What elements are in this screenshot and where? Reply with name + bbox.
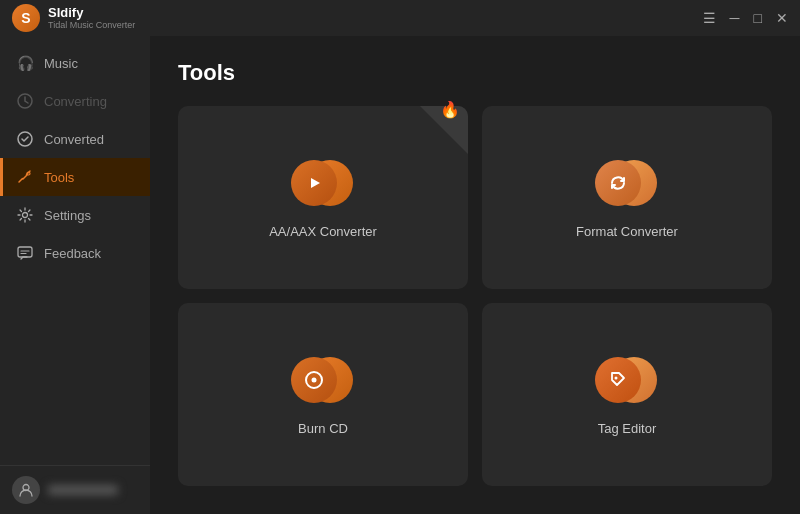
main-layout: 🎧 Music Converting Converted — [0, 36, 800, 514]
minimize-button[interactable]: ─ — [730, 11, 740, 25]
aa-aax-label: AA/AAX Converter — [269, 224, 377, 239]
app-branding: S SIdify Tidal Music Converter — [12, 4, 135, 32]
feedback-icon — [16, 244, 34, 262]
svg-rect-4 — [18, 247, 32, 257]
sidebar-label-converting: Converting — [44, 94, 107, 109]
disc-front-3 — [291, 357, 337, 403]
svg-point-9 — [615, 377, 618, 380]
app-title-group: SIdify Tidal Music Converter — [48, 6, 135, 30]
tool-card-burn-cd[interactable]: Burn CD — [178, 303, 468, 486]
tool-card-aa-aax[interactable]: AA/AAX Converter — [178, 106, 468, 289]
tools-grid: AA/AAX Converter Format Converter — [178, 106, 772, 486]
maximize-button[interactable]: □ — [754, 11, 762, 25]
page-title: Tools — [178, 60, 772, 86]
format-converter-icon-wrapper — [595, 156, 659, 210]
content-area: Tools AA/AAX Converter — [150, 36, 800, 514]
burn-cd-icon-wrapper — [291, 353, 355, 407]
sidebar-label-tools: Tools — [44, 170, 74, 185]
menu-button[interactable]: ☰ — [703, 11, 716, 25]
app-subtitle: Tidal Music Converter — [48, 20, 135, 30]
tool-card-tag-editor[interactable]: Tag Editor — [482, 303, 772, 486]
converting-icon — [16, 92, 34, 110]
sidebar-label-music: Music — [44, 56, 78, 71]
sidebar: 🎧 Music Converting Converted — [0, 36, 150, 514]
converted-icon — [16, 130, 34, 148]
new-badge — [420, 106, 468, 154]
tools-icon — [16, 168, 34, 186]
burn-cd-label: Burn CD — [298, 421, 348, 436]
user-area[interactable] — [0, 465, 150, 514]
disc-front — [291, 160, 337, 206]
svg-point-8 — [312, 378, 317, 383]
aa-aax-icon-wrapper — [291, 156, 355, 210]
tag-editor-icon-wrapper — [595, 353, 659, 407]
svg-point-3 — [23, 213, 28, 218]
sidebar-item-music[interactable]: 🎧 Music — [0, 44, 150, 82]
format-converter-label: Format Converter — [576, 224, 678, 239]
user-name — [48, 485, 118, 495]
tool-card-format-converter[interactable]: Format Converter — [482, 106, 772, 289]
svg-marker-6 — [311, 178, 320, 188]
disc-front-2 — [595, 160, 641, 206]
sidebar-item-feedback[interactable]: Feedback — [0, 234, 150, 272]
user-avatar — [12, 476, 40, 504]
sidebar-item-tools[interactable]: Tools — [0, 158, 150, 196]
sidebar-item-settings[interactable]: Settings — [0, 196, 150, 234]
title-bar: S SIdify Tidal Music Converter ☰ ─ □ ✕ — [0, 0, 800, 36]
app-name: SIdify — [48, 6, 135, 20]
sidebar-label-settings: Settings — [44, 208, 91, 223]
headphones-icon: 🎧 — [16, 54, 34, 72]
disc-front-4 — [595, 357, 641, 403]
sidebar-label-feedback: Feedback — [44, 246, 101, 261]
close-button[interactable]: ✕ — [776, 11, 788, 25]
settings-icon — [16, 206, 34, 224]
sidebar-item-converted[interactable]: Converted — [0, 120, 150, 158]
sidebar-label-converted: Converted — [44, 132, 104, 147]
app-logo: S — [12, 4, 40, 32]
tag-editor-label: Tag Editor — [598, 421, 657, 436]
window-controls: ☰ ─ □ ✕ — [703, 11, 788, 25]
sidebar-item-converting: Converting — [0, 82, 150, 120]
